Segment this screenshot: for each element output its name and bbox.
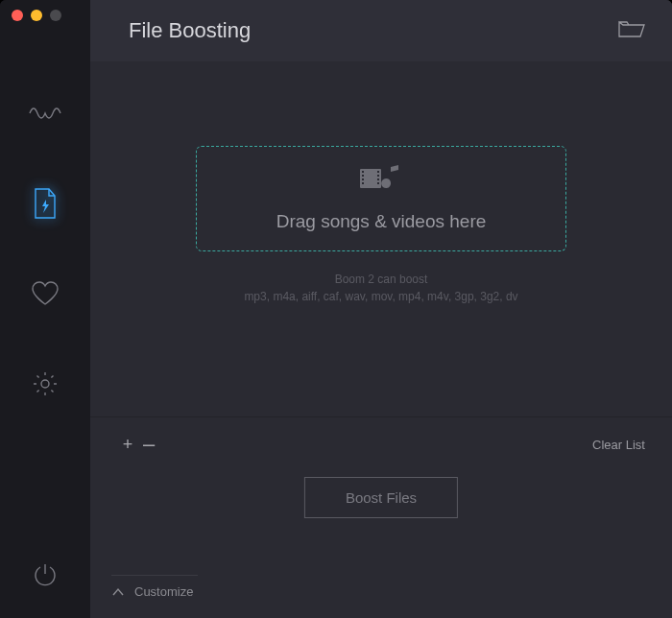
list-controls: + – Clear List xyxy=(90,433,672,456)
sidebar-item-favorites[interactable] xyxy=(28,276,62,311)
divider xyxy=(111,575,198,576)
maximize-window-button[interactable] xyxy=(50,10,61,21)
info-formats: mp3, m4a, aiff, caf, wav, mov, mp4, m4v,… xyxy=(90,290,672,303)
media-icon xyxy=(360,165,402,198)
sidebar-item-settings[interactable] xyxy=(28,367,62,401)
clear-list-button[interactable]: Clear List xyxy=(592,438,645,452)
sidebar-item-power[interactable] xyxy=(33,562,58,591)
svg-rect-8 xyxy=(377,178,379,180)
header: File Boosting xyxy=(90,0,672,61)
sidebar xyxy=(0,0,90,618)
remove-button[interactable]: – xyxy=(138,436,159,453)
window-controls xyxy=(12,10,61,21)
supported-formats-info: Boom 2 can boost mp3, m4a, aiff, caf, wa… xyxy=(90,273,672,303)
chevron-up-icon xyxy=(111,587,125,597)
svg-point-0 xyxy=(41,380,49,388)
svg-rect-2 xyxy=(362,171,364,173)
content-area: Drag songs & videos here Boom 2 can boos… xyxy=(90,61,672,416)
minimize-window-button[interactable] xyxy=(31,10,42,21)
heart-icon xyxy=(31,281,60,306)
svg-rect-7 xyxy=(377,175,379,177)
sidebar-item-file-boosting[interactable] xyxy=(28,186,62,221)
main-panel: File Boosting xyxy=(90,0,672,618)
customize-toggle[interactable]: Customize xyxy=(111,575,193,599)
open-folder-button[interactable] xyxy=(618,19,645,42)
boost-files-button[interactable]: Boost Files xyxy=(304,477,458,518)
svg-rect-3 xyxy=(362,175,364,177)
gear-icon xyxy=(32,370,59,397)
info-heading: Boom 2 can boost xyxy=(90,273,672,286)
drop-zone-label: Drag songs & videos here xyxy=(276,211,487,232)
app-window: File Boosting xyxy=(0,0,672,618)
close-window-button[interactable] xyxy=(12,10,23,21)
footer: + – Clear List Boost Files Customize xyxy=(90,416,672,618)
svg-rect-5 xyxy=(362,182,364,184)
file-boost-icon xyxy=(33,188,58,219)
svg-rect-4 xyxy=(362,178,364,180)
svg-rect-6 xyxy=(377,171,379,173)
customize-label: Customize xyxy=(134,584,193,599)
page-title: File Boosting xyxy=(129,18,251,43)
add-button[interactable]: + xyxy=(117,435,138,455)
drop-zone[interactable]: Drag songs & videos here xyxy=(196,146,566,251)
power-icon xyxy=(33,562,58,587)
folder-icon xyxy=(618,19,645,38)
wave-icon xyxy=(29,103,61,124)
sidebar-item-equalizer[interactable] xyxy=(28,96,62,131)
svg-rect-9 xyxy=(377,182,379,184)
